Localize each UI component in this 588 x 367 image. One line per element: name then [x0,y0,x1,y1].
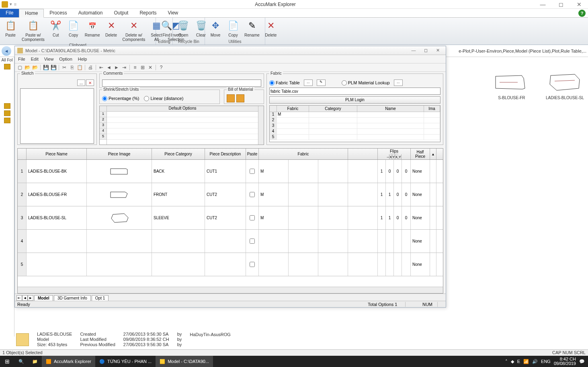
fabric-cell[interactable] [259,253,289,276]
plm-browse-button[interactable]: ... [394,80,403,86]
flip-x-cell[interactable]: 1 [386,183,394,206]
piece-desc-cell[interactable]: CUT2 [205,183,246,206]
sketch-delete-button[interactable]: ✕ [86,80,94,86]
fabric-cell[interactable] [259,230,289,253]
tab-garment-info[interactable]: 3D Garment Info [54,295,91,301]
taskbar-accumark[interactable]: 🟧 AccuMark Explorer [42,356,95,367]
fabric-cell[interactable]: M [259,183,289,206]
copy-button[interactable]: 📄Copy [65,18,82,38]
menu-help[interactable]: Help [78,57,87,61]
half-piece-cell[interactable]: None [411,253,430,276]
recycle-open-button[interactable]: 🗑️Open [174,18,192,38]
default-options-grid[interactable]: 12345 Default Options [99,106,264,145]
col-piece-desc[interactable]: Piece Description [205,149,246,159]
bom-icon-1[interactable] [227,94,235,102]
taskbar-model[interactable]: 🟨 Model - C:\DATA90... [156,356,213,367]
flip-x-cell[interactable] [386,230,394,253]
saveas-icon[interactable]: 💾 [50,64,57,71]
piece-name-cell[interactable] [27,253,87,276]
prev-icon[interactable]: ◄ [106,64,112,71]
next-icon[interactable]: ► [113,64,120,71]
col-paste[interactable]: Paste [246,149,259,159]
tree-icon[interactable] [4,103,10,109]
tray-volume-icon[interactable]: 🔊 [532,359,538,364]
util-move-button[interactable]: ✥Move [207,18,224,38]
qty-cell[interactable]: 1 [378,206,386,229]
tree-icon[interactable] [4,118,10,123]
piece-category-cell[interactable] [152,230,205,253]
model-maximize-button[interactable]: ◻ [420,48,431,53]
back-button[interactable]: ◄ [2,46,11,56]
fabric-cell[interactable]: M [259,160,289,183]
shrink-linear-radio[interactable]: Linear (distance) [144,96,183,101]
piece-row[interactable]: 3LADIES-BLOUSE-SLSLEEVECUT2M1100None [18,206,443,230]
maximize-button[interactable]: ◻ [552,0,570,9]
piece-row[interactable]: 1LADIES-BLOUSE-BKBACKCUT1M1000None [18,160,443,183]
flip-y-cell[interactable] [394,230,402,253]
tab-output[interactable]: Output [108,9,134,17]
fabric-cell[interactable]: M [277,112,309,117]
flip-y-cell[interactable]: 0 [394,206,402,229]
minimize-button[interactable]: — [534,0,552,9]
util-delete-button[interactable]: ✕Delete [262,18,280,38]
paste-button[interactable]: 📋Paste [2,18,19,38]
qty-cell[interactable] [378,253,386,276]
half-piece-cell[interactable]: None [411,183,430,206]
piece-name-cell[interactable] [27,230,87,253]
tab-view[interactable]: View [162,9,184,17]
tab-nav-first[interactable]: ⇤ [16,295,22,301]
piece-row[interactable]: 5None [18,253,443,276]
table-hscroll[interactable] [18,287,443,293]
tab-file[interactable]: File [0,9,19,17]
paste-checkbox[interactable] [246,253,259,276]
flip-xy-cell[interactable]: 0 [402,206,411,229]
tab-process[interactable]: Process [44,9,72,17]
piece-desc-cell[interactable] [205,230,246,253]
menu-view[interactable]: View [44,57,54,61]
flip-xy-cell[interactable]: 0 [402,183,411,206]
tab-reports[interactable]: Reports [134,9,162,17]
piece-category-cell[interactable]: SLEEVE [152,206,205,229]
comments-input[interactable] [102,80,261,87]
plm-lookup-radio[interactable]: PLM Material Lookup [342,80,390,86]
paste-checkbox[interactable] [246,230,259,253]
tray-icon[interactable]: E [517,359,520,364]
fabric-browse-button[interactable]: ... [304,80,313,86]
flip-y-cell[interactable]: 0 [394,183,402,206]
col-piece-image[interactable]: Piece Image [87,149,152,159]
piece-category-cell[interactable]: FRONT [152,183,205,206]
flip-x-cell[interactable]: 0 [386,160,394,183]
paste-checkbox[interactable] [246,160,259,183]
flip-x-cell[interactable]: 1 [386,206,394,229]
piece-name-cell[interactable]: LADIES-BLOUSE-BK [27,160,87,183]
piece-desc-cell[interactable] [205,253,246,276]
piece-category-cell[interactable]: BACK [152,160,205,183]
sketch-canvas[interactable] [20,88,94,144]
menu-edit[interactable]: Edit [31,57,39,61]
tray-chevron-icon[interactable]: ˄ [505,359,508,364]
menu-file[interactable]: File [18,57,25,61]
fabric-grid[interactable]: Fabric Category Name Ima 1M 2 3 4 5 [269,105,440,142]
paste-checkbox[interactable] [246,183,259,206]
piece-name-cell[interactable]: LADIES-BLOUSE-SL [27,206,87,229]
paste-checkbox[interactable] [246,206,259,229]
tray-notifications-icon[interactable]: 💬 [579,359,585,364]
tree-icon[interactable] [4,110,10,116]
piece-row[interactable]: 4None [18,230,443,253]
taskbar-chrome[interactable]: 🔵 TỪNG YÊU - PHAN ... [95,356,156,367]
taskbar-search[interactable]: 🔍 [14,356,28,367]
col-half-piece[interactable]: Half Piece [411,149,430,159]
taskbar-explorer[interactable]: 📁 [28,356,42,367]
model-minimize-button[interactable]: — [408,48,419,53]
tool-icon[interactable]: ⊞ [139,64,146,71]
tray-icon[interactable]: ◆ [511,359,514,364]
flip-xy-cell[interactable] [402,253,411,276]
qty-cell[interactable]: 1 [378,183,386,206]
flip-xy-cell[interactable] [402,230,411,253]
piece-row[interactable]: 2LADIES-BLOUSE-FRFRONTCUT2M1100None [18,183,443,206]
flip-xy-cell[interactable]: 0 [402,160,411,183]
half-piece-cell[interactable]: None [411,206,430,229]
tool-icon[interactable]: ≡ [132,64,138,71]
piece-desc-cell[interactable]: CUT1 [205,160,246,183]
table-scroll-up[interactable]: ▴ [430,149,436,159]
